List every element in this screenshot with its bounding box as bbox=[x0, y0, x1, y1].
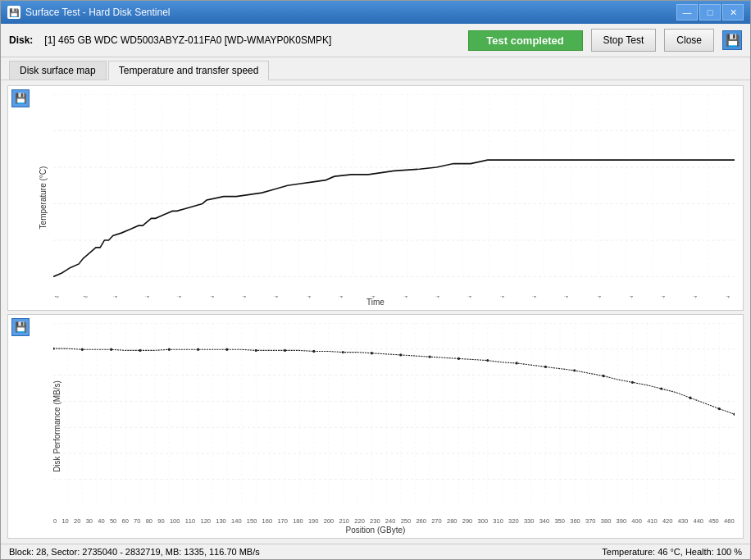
svg-point-116 bbox=[573, 369, 576, 371]
svg-point-111 bbox=[429, 355, 431, 357]
svg-point-122 bbox=[733, 412, 735, 415]
performance-chart-svg: 140 120 100 80 60 40 20 0 bbox=[53, 323, 735, 506]
perf-x-axis-label: Position (GByte) bbox=[346, 526, 406, 535]
svg-point-106 bbox=[284, 348, 286, 351]
window-controls: — □ ✕ bbox=[676, 4, 744, 20]
svg-point-101 bbox=[139, 348, 141, 351]
performance-chart-container: 💾 Disk Performance (MB/s) bbox=[7, 314, 744, 540]
temp-chart-save-icon[interactable]: 💾 bbox=[11, 89, 30, 107]
status-left: Block: 28, Sector: 2735040 - 2832719, MB… bbox=[9, 547, 260, 557]
svg-point-99 bbox=[81, 348, 84, 350]
svg-point-103 bbox=[197, 348, 199, 350]
test-status-badge: Test completed bbox=[468, 30, 583, 51]
svg-point-113 bbox=[486, 358, 489, 361]
close-window-button[interactable]: ✕ bbox=[722, 4, 744, 20]
app-icon: 💾 bbox=[7, 6, 20, 19]
svg-point-114 bbox=[516, 362, 518, 364]
maximize-button[interactable]: □ bbox=[699, 4, 721, 20]
main-window: 💾 Surface Test - Hard Disk Sentinel — □ … bbox=[0, 0, 751, 560]
svg-point-117 bbox=[602, 374, 604, 376]
temperature-chart-area: Temperature (°C) bbox=[8, 86, 743, 310]
toolbar: Disk: [1] 465 GB WDC WD5003ABYZ-011FA0 [… bbox=[1, 24, 750, 57]
minimize-button[interactable]: — bbox=[676, 4, 698, 20]
disk-info: [1] 465 GB WDC WD5003ABYZ-011FA0 [WD-WMA… bbox=[44, 34, 459, 46]
svg-point-120 bbox=[689, 396, 691, 398]
svg-point-112 bbox=[457, 357, 460, 359]
svg-point-100 bbox=[110, 348, 112, 350]
stop-test-button[interactable]: Stop Test bbox=[591, 29, 657, 52]
close-button[interactable]: Close bbox=[664, 29, 714, 52]
svg-point-110 bbox=[399, 353, 402, 356]
tab-disk-surface-map[interactable]: Disk surface map bbox=[9, 61, 107, 80]
tab-bar: Disk surface map Temperature and transfe… bbox=[1, 57, 750, 80]
content-area: 💾 Temperature (°C) bbox=[1, 80, 750, 544]
temp-y-axis-label: Temperature (°C) bbox=[39, 166, 48, 230]
svg-point-98 bbox=[53, 347, 55, 349]
disk-label: Disk: bbox=[9, 34, 33, 46]
performance-chart-area: Disk Performance (MB/s) bbox=[8, 315, 743, 539]
svg-point-115 bbox=[544, 365, 547, 367]
svg-point-104 bbox=[225, 348, 228, 350]
svg-point-118 bbox=[631, 380, 634, 383]
save-icon[interactable]: 💾 bbox=[722, 30, 742, 50]
perf-chart-save-icon[interactable]: 💾 bbox=[11, 318, 30, 336]
svg-point-107 bbox=[312, 349, 315, 352]
svg-point-119 bbox=[660, 387, 662, 389]
svg-point-108 bbox=[342, 350, 344, 353]
status-bar: Block: 28, Sector: 2735040 - 2832719, MB… bbox=[1, 544, 750, 559]
svg-point-109 bbox=[371, 352, 373, 354]
temp-x-axis-label: Time bbox=[366, 298, 385, 307]
title-bar: 💾 Surface Test - Hard Disk Sentinel — □ … bbox=[1, 1, 750, 24]
svg-point-121 bbox=[718, 407, 721, 409]
tab-temperature-transfer[interactable]: Temperature and transfer speed bbox=[108, 61, 270, 80]
status-right: Temperature: 46 °C, Health: 100 % bbox=[602, 547, 742, 557]
perf-y-axis-label: Disk Performance (MB/s) bbox=[52, 380, 61, 472]
temperature-chart-svg: 55 50 45 40 35 30 bbox=[53, 94, 735, 277]
window-title: Surface Test - Hard Disk Sentinel bbox=[25, 7, 676, 18]
svg-point-102 bbox=[168, 348, 171, 350]
svg-point-105 bbox=[255, 348, 257, 351]
temperature-chart-container: 💾 Temperature (°C) bbox=[7, 85, 744, 311]
